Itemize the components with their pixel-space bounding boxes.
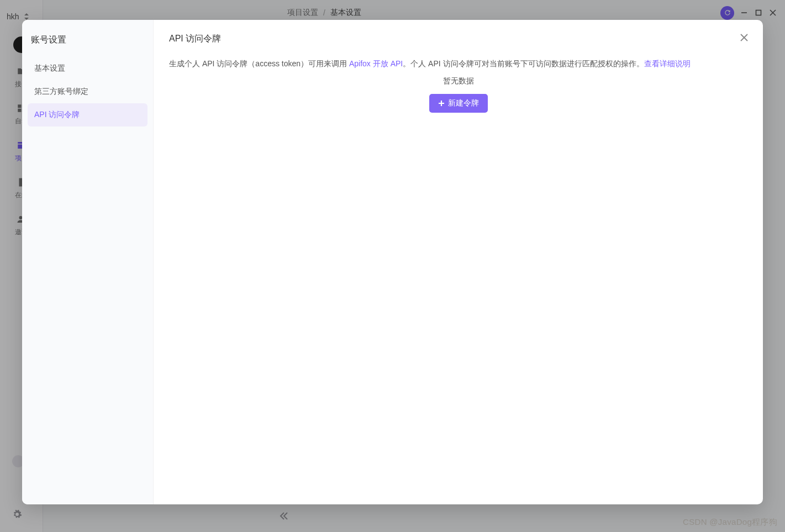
modal-title: API 访问令牌 [169, 33, 747, 45]
modal-main: API 访问令牌 生成个人 API 访问令牌（access token）可用来调… [154, 20, 763, 504]
empty-state-text: 暂无数据 [169, 76, 747, 86]
modal-side-item-basic[interactable]: 基本设置 [28, 57, 147, 80]
modal-side-item-api-token[interactable]: API 访问令牌 [28, 103, 147, 127]
close-icon [740, 34, 748, 41]
account-settings-modal: 账号设置 基本设置 第三方账号绑定 API 访问令牌 API 访问令牌 生成个人… [22, 20, 763, 504]
modal-side-item-thirdparty[interactable]: 第三方账号绑定 [28, 80, 147, 103]
view-details-link[interactable]: 查看详细说明 [644, 59, 691, 68]
apifox-open-api-link[interactable]: Apifox 开放 API [349, 59, 403, 68]
create-token-button[interactable]: 新建令牌 [429, 94, 488, 113]
modal-side-item-label: 第三方账号绑定 [34, 87, 88, 97]
modal-sidebar-title: 账号设置 [28, 30, 147, 57]
modal-side-item-label: 基本设置 [34, 64, 65, 73]
modal-side-item-label: API 访问令牌 [34, 110, 80, 120]
modal-close-button[interactable] [737, 31, 751, 44]
modal-desc-text-2: 。个人 API 访问令牌可对当前账号下可访问数据进行匹配授权的操作。 [403, 59, 644, 68]
plus-icon [438, 100, 445, 107]
modal-sidebar: 账号设置 基本设置 第三方账号绑定 API 访问令牌 [22, 20, 154, 504]
modal-desc-text-1: 生成个人 API 访问令牌（access token）可用来调用 [169, 59, 349, 68]
modal-description: 生成个人 API 访问令牌（access token）可用来调用 Apifox … [169, 57, 747, 71]
create-token-button-label: 新建令牌 [448, 98, 479, 108]
